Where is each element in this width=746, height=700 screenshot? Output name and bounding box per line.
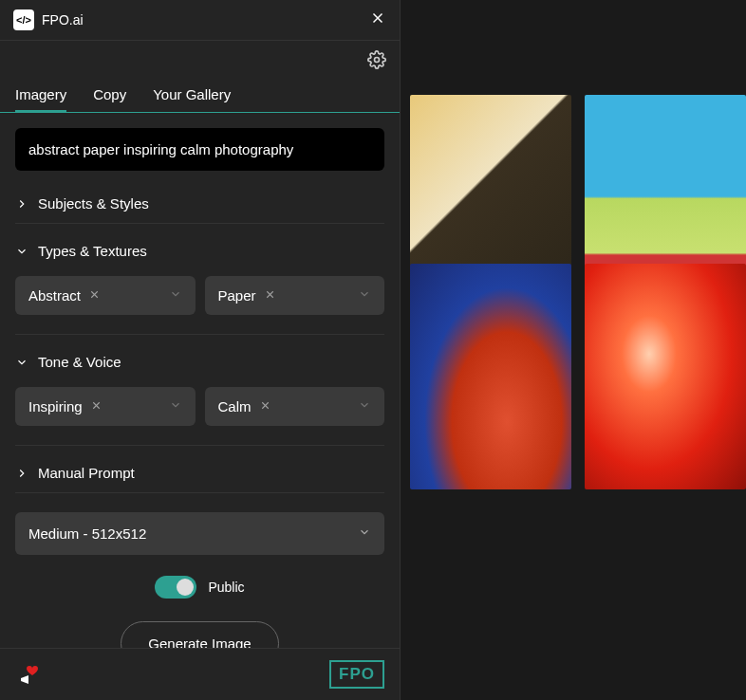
generate-button[interactable]: Generate Image [121, 621, 278, 648]
gallery-image[interactable] [410, 264, 571, 489]
section-label: Subjects & Styles [38, 195, 149, 212]
chevron-down-icon [15, 356, 28, 369]
section-manual-prompt[interactable]: Manual Prompt [15, 457, 384, 488]
svg-point-2 [375, 58, 380, 63]
fpo-badge: FPO [329, 660, 384, 689]
section-tone-voice[interactable]: Tone & Voice [15, 346, 384, 378]
support-icon[interactable] [15, 661, 42, 688]
settings-gear-icon[interactable] [367, 50, 386, 73]
section-subjects-styles[interactable]: Subjects & Styles [15, 188, 384, 219]
remove-chip-icon[interactable] [259, 398, 271, 414]
chip-label: Inspiring [28, 398, 83, 414]
section-types-textures[interactable]: Types & Textures [15, 235, 384, 267]
size-select[interactable]: Medium - 512x512 [15, 512, 384, 555]
chip-paper[interactable]: Paper [205, 276, 385, 315]
app-name: FPO.ai [42, 12, 84, 28]
remove-chip-icon[interactable] [264, 287, 276, 304]
chip-inspiring[interactable]: Inspiring [15, 387, 196, 426]
close-icon[interactable] [369, 9, 386, 30]
chevron-right-icon [15, 197, 28, 211]
prompt-input[interactable] [15, 128, 384, 171]
tab-your-gallery[interactable]: Your Gallery [153, 79, 231, 112]
section-label: Manual Prompt [38, 465, 135, 481]
tab-imagery[interactable]: Imagery [15, 79, 66, 112]
chevron-down-icon [169, 287, 182, 304]
size-selected-label: Medium - 512x512 [28, 525, 146, 542]
chevron-down-icon [358, 398, 371, 414]
chip-abstract[interactable]: Abstract [15, 276, 196, 315]
chip-label: Abstract [28, 287, 81, 304]
public-toggle[interactable] [155, 576, 196, 599]
chevron-down-icon [169, 398, 182, 414]
remove-chip-icon[interactable] [90, 398, 103, 414]
gallery-image[interactable] [585, 264, 746, 489]
public-toggle-label: Public [208, 580, 244, 595]
section-label: Tone & Voice [38, 354, 121, 370]
chip-calm[interactable]: Calm [205, 387, 385, 426]
tabs: Imagery Copy Your Gallery [0, 79, 400, 113]
chevron-down-icon [358, 287, 371, 304]
chevron-down-icon [358, 525, 371, 542]
header: </> FPO.ai [0, 0, 400, 41]
tab-copy[interactable]: Copy [93, 79, 126, 112]
chevron-down-icon [15, 245, 28, 258]
chevron-right-icon [15, 467, 28, 480]
gallery-grid [401, 0, 746, 700]
section-label: Types & Textures [38, 243, 147, 259]
chip-label: Paper [218, 287, 256, 304]
remove-chip-icon[interactable] [88, 287, 101, 304]
chip-label: Calm [218, 398, 252, 414]
logo-icon: </> [13, 9, 34, 30]
